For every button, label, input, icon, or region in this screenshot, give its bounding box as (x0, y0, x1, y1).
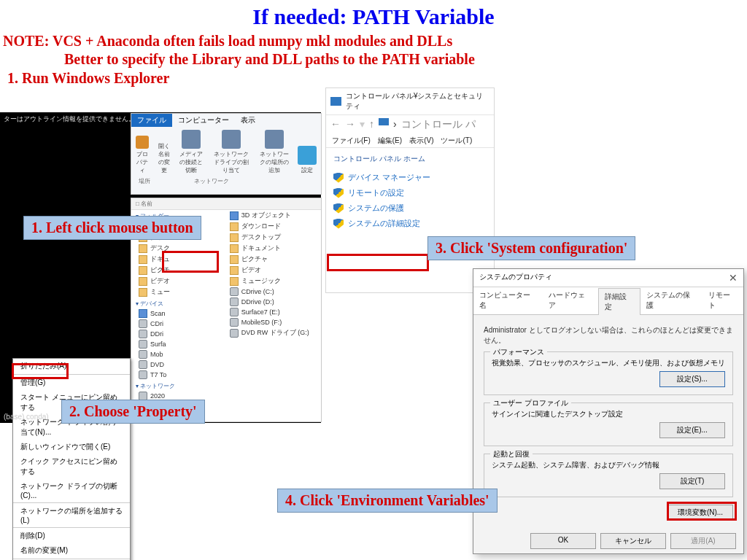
ctx-add-netloc[interactable]: ネットワークの場所を追加する(L) (13, 504, 130, 526)
group-performance: パフォーマンス 視覚効果、プロセッサのスケジュール、メモリ使用、および仮想メモリ… (484, 351, 733, 395)
shield-icon (333, 219, 344, 229)
tab-file[interactable]: ファイル (131, 114, 172, 127)
list-item[interactable]: ビデオ (131, 276, 222, 287)
callout-2: 2. Choose 'Property' (61, 400, 205, 424)
highlight-property (12, 363, 69, 379)
shield-icon (333, 173, 344, 183)
menu-edit[interactable]: 編集(E) (378, 136, 402, 146)
terminal-prompt: (base) conda) (4, 413, 49, 421)
forward-button[interactable]: → (345, 118, 355, 131)
tab-hardware[interactable]: ハードウェア (543, 287, 598, 314)
link-system-protect[interactable]: システムの保護 (326, 201, 494, 216)
desc-profile: サインインに関連したデスクトップ設定 (492, 409, 725, 419)
step1-header: 1. Run Windows Explorer (7, 70, 747, 87)
boot-settings-button[interactable]: 設定(T) (659, 473, 725, 489)
apply-button[interactable]: 適用(A) (670, 533, 736, 549)
admin-note: Administrator としてログオンしない場合は、これらのほとんどは変更で… (484, 325, 733, 346)
shield-icon (333, 188, 344, 198)
close-icon[interactable]: ✕ (729, 272, 738, 284)
gear-icon (298, 146, 317, 165)
cpanel-icon (379, 118, 389, 125)
list-item[interactable]: Scan (131, 308, 222, 319)
ctx-new-window[interactable]: 新しいウィンドウで開く(E) (13, 440, 130, 454)
ribbon-netloc[interactable]: ネットワークの場所の追加 (259, 150, 289, 174)
cpanel-address: コントロール パネル¥システムとセキュリティ (346, 91, 489, 112)
netloc-icon (265, 130, 284, 149)
dialog-title: システムのプロパティ (479, 272, 552, 284)
list-item[interactable]: デスクトップ (222, 232, 321, 243)
shield-icon (333, 203, 344, 214)
link-system-advanced[interactable]: システムの詳細設定 (326, 216, 494, 231)
list-item[interactable]: Surface7 (E:) (222, 307, 321, 317)
tab-computer-name[interactable]: コンピューター名 (473, 287, 543, 314)
checkbox-icon (136, 136, 149, 149)
note-line2: Better to specify the Library and DLL pa… (3, 50, 747, 69)
legend-profile: ユーザー プロファイル (490, 398, 571, 408)
highlight-3d-objects (162, 251, 219, 273)
menu-view[interactable]: 表示(V) (409, 136, 433, 146)
ribbon-open[interactable]: 開く (158, 142, 170, 150)
tab-remote[interactable]: リモート (703, 287, 743, 314)
menu-file[interactable]: ファイル(F) (332, 136, 371, 146)
ribbon-settings[interactable]: 設定 (298, 166, 317, 174)
link-device-manager[interactable]: デバイス マネージャー (326, 170, 494, 185)
cancel-button[interactable]: キャンセル (600, 533, 666, 549)
ok-button[interactable]: OK (530, 533, 596, 549)
list-item[interactable]: Surfa (131, 339, 222, 349)
list-item[interactable]: ミュー (131, 287, 222, 298)
list-item[interactable]: ダウンロード (222, 221, 321, 232)
list-item[interactable]: ドキュメント (222, 243, 321, 254)
perf-settings-button[interactable]: 設定(S)... (659, 371, 725, 387)
ctx-delete[interactable]: 削除(D) (13, 529, 130, 543)
group-network: ▾ ネットワーク (131, 380, 222, 391)
desc-boot: システム起動、システム障害、およびデバッグ情報 (492, 460, 725, 470)
list-item[interactable]: DDri (131, 329, 222, 339)
tab-advanced[interactable]: 詳細設定 (598, 288, 640, 315)
ribbon-rename[interactable]: 名前の変更 (158, 150, 170, 174)
ctx-disconnect[interactable]: ネットワーク ドライブの切断(C)... (13, 479, 130, 502)
list-item[interactable]: T7 To (131, 370, 222, 380)
tab-display[interactable]: 表示 (235, 114, 261, 127)
group-startup-recovery: 起動と回復 システム起動、システム障害、およびデバッグ情報 設定(T) (484, 454, 733, 497)
back-button[interactable]: ← (330, 118, 341, 131)
tab-protect[interactable]: システムの保護 (640, 287, 703, 314)
legend-boot: 起動と回復 (490, 449, 533, 459)
ctx-rename[interactable]: 名前の変更(M) (13, 543, 130, 558)
netdrive-icon (222, 130, 241, 149)
group-device: ▾ デバイス (131, 298, 222, 308)
list-item[interactable]: CDrive (C:) (222, 287, 321, 297)
up-button[interactable]: ↑ (369, 118, 374, 131)
breadcrumb[interactable]: コントロール パ (401, 118, 476, 131)
highlight-env-var (667, 502, 737, 521)
menu-tool[interactable]: ツール(T) (441, 136, 472, 146)
legend-performance: パフォーマンス (490, 347, 547, 357)
ctx-pin-quick[interactable]: クイック アクセスにピン留めする (13, 454, 130, 479)
tab-computer[interactable]: コンピューター (172, 114, 235, 127)
ribbon-media[interactable]: メディアの接続と切断 (179, 150, 204, 174)
list-item[interactable]: ミュージック (222, 276, 321, 287)
list-item[interactable]: ピクチャ (222, 254, 321, 265)
list-item[interactable]: DVD (131, 359, 222, 370)
callout-4: 4. Click 'Environment Variables' (277, 489, 498, 513)
ribbon-netdrive[interactable]: ネットワーク ドライブの割り当て (212, 150, 250, 174)
list-item[interactable]: DVD RW ドライブ (G:) (222, 327, 321, 338)
list-item[interactable]: CDri (131, 319, 222, 329)
link-remote[interactable]: リモートの設定 (326, 185, 494, 201)
ribbon-property[interactable]: プロパティ (136, 150, 149, 174)
ribbon-group-location: 場所 (139, 177, 150, 185)
cpanel-icon (330, 97, 341, 106)
column-name[interactable]: 名前 (141, 201, 152, 207)
profile-settings-button[interactable]: 設定(E)... (659, 422, 725, 438)
desc-performance: 視覚効果、プロセッサのスケジュール、メモリ使用、および仮想メモリ (492, 358, 725, 368)
cpanel-home-link[interactable]: コントロール パネル ホーム (326, 148, 494, 170)
list-item[interactable]: 3D オブジェクト (222, 210, 321, 221)
note-text: NOTE: VCS + Anaconda often fails load nu… (3, 32, 747, 69)
list-item[interactable]: Mob (131, 349, 222, 359)
note-line1: NOTE: VCS + Anaconda often fails load nu… (3, 33, 452, 49)
list-item[interactable]: ビデオ (222, 265, 321, 276)
callout-3: 3. Click 'System configuration' (427, 236, 635, 260)
explorer-ribbon: ファイル コンピューター 表示 プロパティ 開く名前の変更 メディアの接続と切断… (131, 113, 322, 195)
list-item[interactable]: MobileSD (F:) (222, 317, 321, 327)
context-menu: 折りたたみ(A) 管理(G) スタート メニューにピン留めする ネットワーク ド… (12, 358, 131, 560)
list-item[interactable]: DDrive (D:) (222, 297, 321, 307)
